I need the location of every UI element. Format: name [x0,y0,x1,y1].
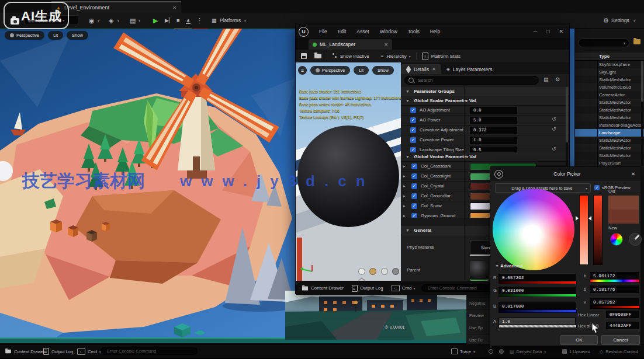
channel-field-G[interactable]: 0.021000 [498,287,576,294]
srgb-checkbox[interactable]: ✓ [594,185,600,190]
console-input[interactable] [106,348,192,354]
expand-arrow-icon[interactable]: ▸ [403,162,406,171]
mw-output-log[interactable]: Output Log [360,285,383,291]
settings-label[interactable]: Settings [611,18,629,23]
pill-show[interactable]: Show [67,31,88,40]
menu-window[interactable]: Window [380,29,397,34]
play-button[interactable]: ▶ [153,16,158,25]
expand-arrow-icon[interactable]: ▸ [403,191,406,201]
param-value-field[interactable]: 1.0 [470,137,517,144]
outliner-scrollbar[interactable] [641,61,643,166]
picker-title-bar[interactable]: Color Picker ✕ [490,167,640,181]
param-checkbox[interactable]: ✓ [411,193,417,199]
channel-gradient-H[interactable] [590,280,640,283]
param-checkbox[interactable]: ✓ [410,117,416,123]
param-checkbox[interactable]: ✓ [410,127,416,133]
group-parameter-groups[interactable]: ▼ Parameter Groups [401,87,569,96]
param-value-field[interactable]: 0.372 [470,127,517,134]
menu-help[interactable]: Help [430,29,440,34]
outliner-type-header[interactable]: Type [575,53,644,61]
close-icon[interactable]: ✕ [631,171,635,177]
wheel-mode-button[interactable] [610,233,623,246]
platform-stats-label[interactable]: Platform Stats [431,54,461,59]
channel-field-A[interactable]: 1.0 [498,318,576,325]
hierarchy-icon[interactable]: ≡ [381,54,384,59]
expand-arrow-icon[interactable]: ▸ [403,182,406,191]
mw-content-drawer[interactable]: Content Drawer [311,285,344,291]
cancel-button[interactable]: Cancel [601,335,640,345]
material-preview-viewport[interactable]: ≡ PerspectiveLitShow Base pass shader: 1… [296,62,401,281]
hex-linear-field[interactable]: 0F0608FF [606,311,639,318]
slider-handle-left[interactable] [576,216,579,221]
output-log-button[interactable]: Output Log [43,345,73,358]
outliner-filter-dropdown[interactable]: ▾ [578,39,629,47]
param-checkbox[interactable]: ✓ [410,107,416,113]
shape-cube-button[interactable] [392,268,399,275]
group-global-scalar[interactable]: ▼ Global Scalar Parameter Val [401,96,569,106]
channel-gradient-B[interactable] [498,310,577,313]
param-checkbox[interactable]: ✓ [411,203,417,209]
expand-arrow-icon[interactable]: ▸ [403,172,406,181]
level-tab[interactable]: ▲ Level_Environment ✕ [51,1,181,13]
step-forward-button[interactable]: ▶▏ [165,16,173,25]
mw-pill-show[interactable]: Show [372,66,394,75]
derived-data-dropdown[interactable]: ▤ Derived Data ▾ [510,345,546,358]
shape-plane-button[interactable] [381,268,388,275]
param-checkbox[interactable]: ✓ [411,173,417,179]
status-icon-2[interactable] [499,345,504,358]
channel-field-S[interactable]: 0.181776 [590,285,639,293]
pill-perspective[interactable]: Perspective [5,31,44,40]
cinematics-icon[interactable]: ▤ [130,16,136,25]
gear-icon[interactable]: ⚙ [603,16,609,25]
color-wheel[interactable] [493,189,574,270]
reset-to-default-icon[interactable]: ↺ [552,126,556,132]
gear-icon[interactable]: ⚙ [555,76,560,82]
outliner-row[interactable]: StaticMeshActor [575,144,644,152]
close-icon[interactable]: ✕ [432,67,436,72]
cmd-icon[interactable]: ›_ [392,285,400,291]
chevron-down-icon[interactable]: ▾ [117,19,119,23]
outliner-row[interactable]: StaticMeshActor [575,106,644,114]
param-value-field[interactable]: 0.0 [470,107,517,114]
outliner-row[interactable]: StaticMeshActor [575,99,644,106]
output-log-icon[interactable] [352,285,358,292]
shape-cylinder-button[interactable] [358,268,365,275]
value-slider[interactable] [593,195,603,265]
menu-asset[interactable]: Asset [356,29,369,34]
menu-edit[interactable]: Edit [338,29,347,34]
minimize-button[interactable]: ─ [534,29,537,34]
eject-button[interactable]: ▲ [186,18,191,24]
content-drawer-button[interactable]: Content Drawer [5,345,45,358]
tab-layer-parameters[interactable]: ◈ Layer Parameters [441,64,498,74]
content-drawer-icon[interactable] [302,286,308,290]
channel-gradient-V[interactable] [590,306,640,309]
shape-sphere-button[interactable] [369,268,376,275]
hex-srgb-field[interactable]: 44482AFF [606,322,639,329]
param-checkbox[interactable]: ✓ [411,183,417,189]
outliner-row[interactable]: StaticMeshActor [575,76,644,83]
outliner-row[interactable]: SkyAtmosphere [575,61,644,68]
stop-button[interactable]: ■ [176,16,179,25]
save-icon[interactable] [301,53,307,59]
outliner-row[interactable]: Landscape [575,129,644,137]
reset-to-default-icon[interactable]: ↺ [552,146,556,152]
view-options-icon[interactable]: ▤ [543,76,549,82]
hamburger-menu-icon[interactable]: ≡ [298,66,307,75]
close-button[interactable]: ✕ [559,29,563,34]
tab-details[interactable]: Details ✕ [401,64,441,74]
platforms-icon[interactable]: ▦ [212,16,217,25]
outliner-row[interactable]: VolumetricCloud [575,83,644,91]
channel-field-H[interactable]: 5.961172 [590,272,639,280]
maximize-button[interactable]: □ [546,29,549,34]
slider-handle-right[interactable] [588,216,591,221]
mw-asset-tab[interactable]: ML_Landscaper ✕ [309,39,392,50]
status-icon-1[interactable] [489,345,493,358]
hierarchy-label[interactable]: Hierarchy [386,54,406,59]
trace-dropdown[interactable]: Trace ▾ [451,345,475,358]
group-global-vector[interactable]: ▼ Global Vector Parameter Val [401,152,569,162]
console-command-box[interactable] [101,347,198,355]
channel-gradient-R[interactable] [498,281,577,284]
mw-pill-perspective[interactable]: Perspective [310,66,350,75]
saturation-slider[interactable] [579,195,588,265]
parent-material-thumbnail[interactable] [470,261,489,281]
